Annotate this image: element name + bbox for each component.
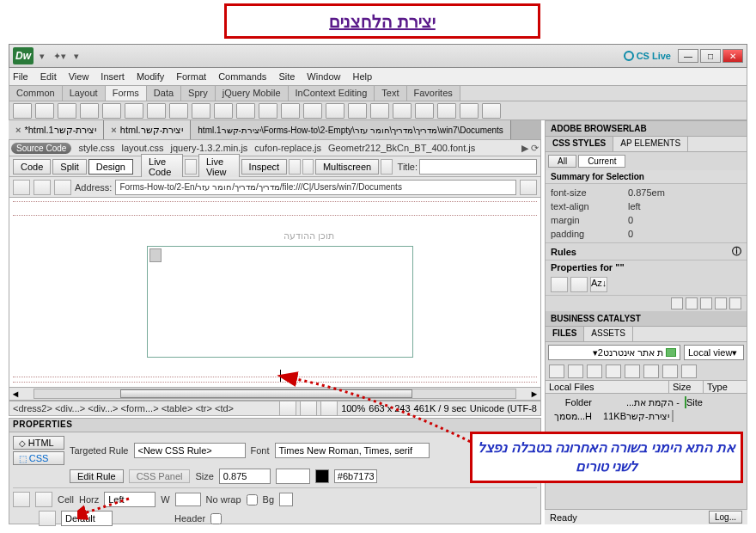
html-mode-button[interactable]: ◇ HTML [13,436,64,450]
split-cell-cursor-icon[interactable] [39,511,56,526]
connect-icon[interactable] [549,365,564,378]
menu-site[interactable]: Site [278,71,295,82]
insert-tab-data[interactable]: Data [147,86,181,101]
tag-selector[interactable]: <dress2> <div...> <div...> <form...> <ta… [9,403,279,414]
close-icon[interactable]: × [111,125,116,135]
menu-window[interactable]: Window [307,71,340,82]
size-select[interactable]: 0.875 [219,469,271,484]
multiscreen-button[interactable]: Multiscreen [315,159,379,175]
spry-textarea-icon[interactable] [370,103,389,119]
targeted-rule-select[interactable]: <New CSS Rule> [134,443,246,458]
related-file[interactable]: Geometr212_BkCn_BT_400.font.js [328,143,475,153]
get-icon[interactable] [587,365,602,378]
textfield-icon[interactable] [35,103,54,119]
header-checkbox[interactable] [210,513,222,524]
refresh-icon[interactable] [568,365,583,378]
menu-file[interactable]: File [13,71,28,82]
view-select[interactable]: Local view ▾ [684,345,744,360]
form-icon[interactable] [13,103,32,119]
doc-tab-1[interactable]: יצירת-קשר1.html*× [9,120,104,139]
ap-elements-tab[interactable]: AP ELEMENTS [613,137,688,151]
related-file[interactable]: layout.css [122,143,164,153]
radiogroup-icon[interactable] [169,103,188,119]
list-view-icon[interactable] [570,277,588,292]
css-prop[interactable]: margin [551,215,628,225]
select-icon[interactable] [192,103,210,119]
menu-insert[interactable]: Insert [101,71,125,82]
scrollbar-thumb[interactable] [149,248,162,262]
forward-icon[interactable] [34,180,51,195]
label-icon[interactable] [303,103,322,119]
spry-select-icon[interactable] [415,103,434,119]
put-icon[interactable] [606,365,621,378]
insert-tab-spry[interactable]: Spry [181,86,216,101]
code-view-button[interactable]: Code [13,159,51,175]
current-button[interactable]: Current [578,155,625,168]
files-tab[interactable]: FILES [546,327,584,341]
checkin-icon[interactable] [643,365,659,378]
insert-tab-forms[interactable]: Forms [106,86,147,101]
css-styles-tab[interactable]: CSS STYLES [546,137,613,151]
menu-help[interactable]: Help [352,71,372,82]
tree-root[interactable]: Site - הקמת את... Folder [549,395,743,409]
textarea-field[interactable] [147,246,413,358]
disable-icon[interactable] [715,297,727,309]
layout-dropdown-icon[interactable]: ▾ [34,51,51,62]
related-file[interactable]: cufon-replace.js [254,143,321,153]
category-view-icon[interactable] [551,277,568,292]
minimize-button[interactable]: — [678,49,698,63]
delete-icon[interactable] [729,297,741,309]
font-select[interactable]: Times New Roman, Times, serif [275,443,430,458]
css-prop[interactable]: padding [551,229,628,239]
jumpmenu-icon[interactable] [214,103,233,119]
css-prop[interactable]: font-size [551,187,628,198]
w-input[interactable] [175,493,201,506]
checkboxgroup-icon[interactable] [125,103,143,119]
menu-modify[interactable]: Modify [137,71,164,82]
hand-tool-icon[interactable] [300,401,317,416]
all-button[interactable]: All [548,155,576,168]
related-nav-icon[interactable]: ▶ ⟳ [521,143,539,154]
preview-icon[interactable] [381,159,392,175]
insert-tab-common[interactable]: Common [9,86,63,101]
design-canvas[interactable]: תוכן ההודעה [9,198,541,401]
textarea-icon[interactable] [80,103,99,119]
log-button[interactable]: Log... [709,511,742,524]
address-input[interactable] [115,180,516,195]
zoom-level[interactable]: 100% [341,403,365,414]
merge-cells-icon[interactable] [13,492,30,507]
edit-icon[interactable] [700,297,712,309]
size-unit-select[interactable] [276,469,310,484]
az-sort-icon[interactable]: Az↓ [590,277,607,292]
split-cell-icon[interactable] [35,492,52,507]
rules-info-icon[interactable]: ⓘ [732,245,741,258]
horz-select[interactable]: Left [104,492,155,507]
site-select[interactable]: ת אתר אינטרנט2 ▾ [548,345,680,360]
attach-css-icon[interactable] [671,297,683,309]
insert-tab-incontext[interactable]: InContext Editing [289,86,375,101]
home-icon[interactable] [54,180,71,195]
liveview-button[interactable]: Live View [198,154,240,180]
css-prop[interactable]: text-align [551,201,628,211]
title-input[interactable] [419,159,537,175]
browser-icon[interactable] [289,159,300,175]
css-mode-button[interactable]: ⬚ CSS [13,451,64,465]
menu-view[interactable]: View [69,71,89,82]
browserlab-header[interactable]: ADOBE BROWSERLAB [546,121,747,137]
properties-header[interactable]: PROPERTIES [9,418,541,432]
horizontal-scrollbar[interactable]: ◄ ► [9,387,541,401]
extra-dropdown-icon[interactable]: ▾ [68,51,85,62]
color-swatch[interactable] [315,469,329,483]
insert-tab-favorites[interactable]: Favorites [407,86,460,101]
maximize-button[interactable]: □ [700,49,721,63]
imagefield-icon[interactable] [236,103,255,119]
edit-rule-button[interactable]: Edit Rule [70,469,124,483]
button-icon[interactable] [281,103,300,119]
go-icon[interactable] [520,180,537,195]
back-icon[interactable] [13,180,30,195]
sync-icon[interactable] [662,365,678,378]
select-tool-icon[interactable] [279,401,296,416]
menu-format[interactable]: Format [176,71,206,82]
assets-tab[interactable]: ASSETS [584,327,632,341]
spry-confirm-icon[interactable] [460,103,479,119]
